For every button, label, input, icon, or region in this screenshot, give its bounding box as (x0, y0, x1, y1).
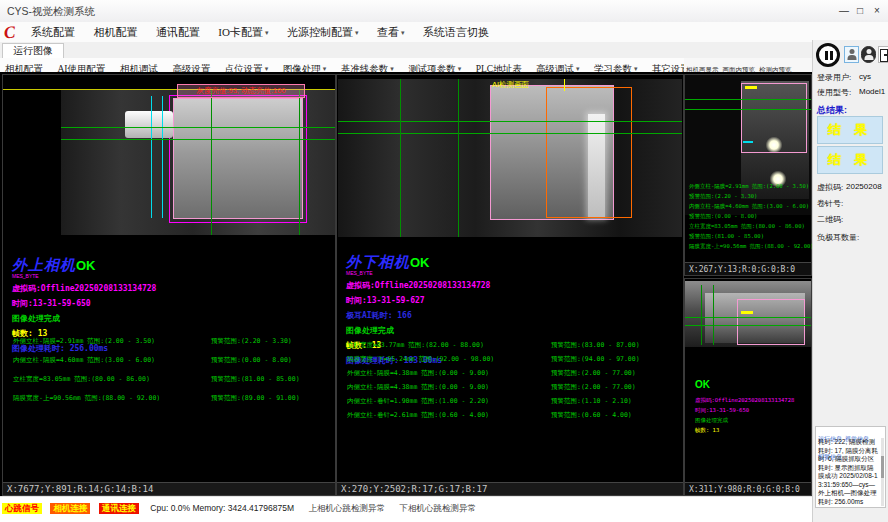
overlay-green-line (685, 317, 811, 318)
maximize-button[interactable]: □ (852, 3, 868, 18)
camera-image: AI检测画面 (338, 79, 682, 237)
person-icon (847, 47, 856, 60)
preview-view-top[interactable]: 外侧立柱-隔膜=2.91mm 范围:(2.00 - 3.50) 预警范围:(2.… (684, 74, 812, 276)
menu-bar: C 系统配置 相机配置 通讯配置 IO卡配置▾ 光源控制配置▾ 查看▾ 系统语言… (0, 22, 888, 43)
measurement-row: 内侧立柱-卷针=1.90mm 范围:(1.00 - 2.20)预警范围:(1.1… (347, 397, 489, 406)
virtual-code: 虚拟码:Offline20250208133134728 (12, 283, 156, 294)
result-ok: OK (695, 379, 710, 390)
overlay-cyan-line (151, 96, 152, 218)
overlay-green-line (61, 127, 335, 128)
user-label: 登录用户: (817, 72, 851, 83)
lower-camera-heartbeat-status: 下相机心跳检测异常 (399, 502, 476, 515)
person-icon (864, 47, 873, 60)
preview-result-block: 虚拟码:Offline20250208133134728 时间:13-31-59… (695, 395, 794, 435)
menu-system-config[interactable]: 系统配置 (31, 22, 75, 42)
measurement-row: 隔膜宽度-下=95.24mm 范围:(92.00 - 98.00)预警范围:(9… (347, 355, 494, 364)
ai-elapsed: 极耳AI耗时: 166 (346, 310, 490, 321)
result-ok: OK (76, 258, 96, 273)
camera-image (685, 281, 811, 347)
camera-view-upper[interactable]: 灰度亮值:93, 动态亮值:100 外上相机OK MES_BYTE 虚拟码:Of… (2, 74, 336, 496)
connector-part (125, 111, 173, 138)
measurement-row: 外侧立柱-隔膜=4.38mm 范围:(0.00 - 9.00)预警范围:(2.0… (347, 369, 489, 378)
heartbeat-status-badge: 心跳信号 (2, 503, 42, 514)
brightness-overlay-label: 灰度亮值:93, 动态亮值:100 (177, 84, 305, 98)
virtual-code: 虚拟码:Offline20250208133134728 (346, 280, 490, 291)
comm-connection-badge: 通讯连接 (99, 503, 139, 514)
overlay-green-line (701, 285, 702, 345)
close-button[interactable]: × (869, 3, 885, 18)
process-done: 图像处理完成 (12, 313, 156, 324)
needle-number-label: 卷针号: (817, 198, 843, 209)
menu-view[interactable]: 查看▾ (377, 22, 405, 43)
toolbar: 相机配置 AI使用配置 相机调试 高级设置 点位设置▾ 图像处理▾ 基准线参数▾… (0, 58, 684, 73)
overlay-orange-rect (546, 87, 632, 218)
cursor-coordinates: X:270;Y:2502;R:17;G:17;B:17 (337, 482, 683, 495)
right-panel: 登录用户: cys 使用型号: Model1 总结果: 结 果 结 果 虚拟码:… (812, 40, 888, 522)
process-done: 图像处理完成 (346, 325, 490, 336)
overlay-cyan-mark (743, 141, 753, 143)
timestamp: 时间:13-31-59-627 (346, 295, 490, 306)
stats-scrollbar[interactable] (881, 438, 884, 506)
stats-scrollbar-thumb[interactable] (881, 456, 884, 478)
result-badge-lower: 结 果 (817, 146, 883, 174)
overlay-green-line (685, 109, 811, 110)
chevron-down-icon: ▾ (265, 29, 269, 37)
menu-comm-config[interactable]: 通讯配置 (156, 22, 200, 42)
tab-run-image[interactable]: 运行图像 (2, 43, 64, 59)
menu-light-config[interactable]: 光源控制配置▾ (287, 22, 359, 43)
preview-view-bottom[interactable]: OK 虚拟码:Offline20250208133134728 时间:13-31… (684, 278, 812, 496)
menu-camera-config[interactable]: 相机配置 (93, 22, 137, 42)
exit-button[interactable] (878, 46, 888, 63)
stats-log-box[interactable]: 运行信息视觉信息报警信息 耗时: 222, 隔膜检测耗时: 17, 隔膜分离耗时… (815, 426, 886, 508)
camera-title: 外下相机 (346, 253, 410, 270)
cursor-coordinates: X:267;Y:13;R:0;G:0;B:0 (685, 262, 811, 275)
pause-button[interactable] (816, 43, 840, 67)
overlay-yellow-mark (741, 311, 753, 314)
overlay-green-line (400, 79, 401, 237)
overlay-green-line (61, 139, 335, 140)
measurement-row: 隔膜宽度-上=90.56mm 范围:(88.00 - 92.00)预警范围:(8… (13, 394, 160, 403)
overlay-green-line (211, 90, 212, 235)
status-bar: 心跳信号 相机连接 通讯连接 Cpu: 0.0% Memory: 3424.41… (0, 496, 812, 511)
virtual-code-value: 20250208 (846, 182, 882, 191)
neg-tab-count-label: 负极耳数量: (817, 232, 859, 243)
measurement-row: 内侧立柱-隔膜=4.60mm 范围:(3.00 - 6.00)预警范围:(0.0… (13, 356, 155, 365)
preview-result-block: 外侧立柱-隔膜=2.91mm 范围:(2.00 - 3.50) 预警范围:(2.… (689, 181, 814, 251)
camera-view-lower[interactable]: AI检测画面 外下相机OK MES_BYTE 虚拟码:Offline202502… (336, 74, 684, 496)
menu-io-card-config[interactable]: IO卡配置▾ (218, 22, 268, 43)
qrcode-label: 二维码: (817, 214, 843, 225)
timestamp: 时间:13-31-59-650 (12, 298, 156, 309)
overlay-yellow-tick (564, 79, 565, 91)
overlay-green-line (458, 79, 459, 237)
overlay-green-line (299, 90, 300, 235)
overlay-green-line (713, 285, 714, 345)
operator-button[interactable] (844, 46, 859, 63)
measurement-row: 立柱宽度=83.05mm 范围:(80.00 - 86.00)预警范围:(81.… (13, 375, 150, 384)
overlay-yellow-mark (745, 86, 757, 89)
window-title: CYS-视觉检测系统 (7, 5, 95, 19)
tab-row: 运行图像 (0, 42, 888, 59)
menu-language-switch[interactable]: 系统语言切换 (423, 22, 489, 42)
user-button[interactable] (861, 46, 876, 63)
minimize-button[interactable]: — (836, 3, 852, 18)
title-bar: CYS-视觉检测系统 — □ × (0, 0, 888, 23)
chevron-down-icon: ▾ (401, 29, 405, 37)
model-label: 使用型号: (817, 87, 851, 98)
chevron-down-icon: ▾ (355, 29, 359, 37)
measurement-row: 内侧立柱-隔膜=4.38mm 范围:(0.00 - 9.00)预警范围:(2.0… (347, 383, 489, 392)
stats-log-text: 耗时: 222, 隔膜检测耗时: 17, 隔膜分离耗时: 6, 隔膜抓取分区耗时… (818, 438, 880, 506)
cursor-coordinates: X:311;Y:980;R:0;G:0;B:0 (685, 482, 811, 495)
user-value: cys (859, 72, 871, 81)
pause-icon (825, 51, 828, 60)
measurement-row: 立柱宽度=83.77mm 范围:(82.00 - 88.00)预警范围:(83.… (347, 341, 484, 350)
measurement-row: 外侧立柱-卷针=2.61mm 范围:(0.60 - 4.00)预警范围:(0.6… (347, 411, 489, 420)
cpu-memory-status: Cpu: 0.0% Memory: 3424.41796875M (150, 502, 294, 515)
overlay-pink-rect (737, 299, 805, 345)
result-ok: OK (410, 255, 430, 270)
overlay-cyan-line (162, 96, 163, 218)
overlay-green-line (338, 133, 682, 134)
main-viewport: 灰度亮值:93, 动态亮值:100 外上相机OK MES_BYTE 虚拟码:Of… (0, 72, 812, 496)
pause-icon (830, 51, 833, 60)
exit-door-icon (880, 49, 888, 62)
overlay-green-line (338, 121, 682, 122)
